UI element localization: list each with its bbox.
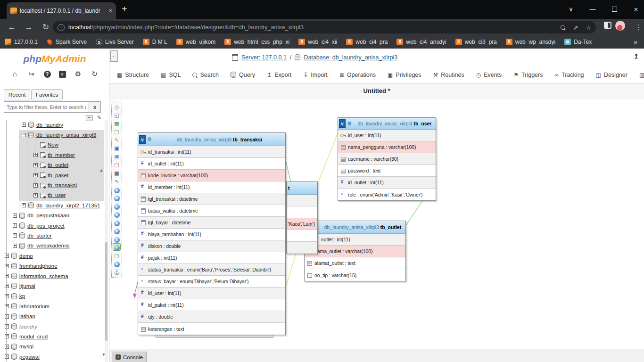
field-text: tgl_bayar : datetime (148, 220, 190, 225)
field-text: no_tlp : varchar(15) (314, 272, 356, 278)
field-row[interactable]: id_transaksi : int(11) (138, 146, 285, 158)
field-row[interactable]: id_user : int(11) (138, 288, 285, 299)
field-text: id_user : int(11) (348, 132, 381, 138)
field-row[interactable]: batas_waktu : datetime (138, 205, 285, 217)
field-text: kode_invoice : varchar(100) (148, 173, 208, 178)
show-tables-list-button[interactable]: ◷ (113, 103, 121, 111)
field-row[interactable]: 'Kaos','Lain') (287, 218, 317, 230)
choose-display-column-button[interactable]: ▴ (113, 186, 121, 193)
field-row[interactable]: diskon : double (138, 240, 285, 252)
field-row[interactable]: alamat_outlet : text (305, 257, 405, 269)
diagram-table-tb-outlet[interactable]: v⚙db_laundry_anisa_xiirpl3 tb_outletid_o… (304, 221, 406, 281)
field-row[interactable]: id_paket : int(11) (138, 299, 285, 311)
diagram-table-tb-transaksi[interactable]: v⚙db_laundry_anisa_xiirpl3 tb_transaksii… (138, 132, 286, 335)
field-text: id_user : int(11) (148, 290, 181, 296)
field-row[interactable]: status_transaksi : enum('Baru','Proses',… (138, 264, 285, 276)
field-row[interactable]: tgl_bayar : datetime (138, 217, 285, 229)
field-row[interactable]: tgl_transaksi : datetime (138, 193, 285, 205)
num-icon (140, 184, 146, 190)
field-row[interactable]: biaya_tambahan : int(11) (138, 229, 285, 240)
field-row[interactable] (287, 206, 317, 218)
field-text: pajak : int(11) (148, 255, 177, 261)
field-row[interactable]: nama_outlet : varchar(100) (305, 246, 405, 257)
move-menu-button[interactable]: » (113, 260, 121, 267)
field-text: nama_outlet : varchar(100) (314, 248, 372, 254)
table-options-icon[interactable]: ⚙ (147, 136, 152, 142)
field-row[interactable]: role : enum('Admin','Kasir','Owner') (338, 189, 436, 200)
save-page-as-button[interactable]: ▣ (113, 153, 121, 160)
field-row[interactable]: status_bayar : enum('Dibayar','Belum Dib… (138, 276, 285, 288)
table-db-label: db_laundry_anisa_xiirpl3 (324, 224, 380, 230)
create-table-button[interactable]: ▦ (113, 169, 121, 177)
table-db-label: db_laundry_anisa_xiirpl3 (177, 137, 233, 142)
field-text: id_transaksi : int(11) (148, 149, 191, 155)
new-page-button[interactable]: ▢ (113, 128, 121, 135)
field-text: role : enum('Admin','Kasir','Owner') (348, 192, 422, 197)
console-icon: › (116, 354, 121, 360)
toggle-relation-lines-button[interactable]: ≡ (113, 243, 121, 251)
field-row[interactable]: kode_invoice : varchar(100) (138, 170, 285, 181)
pin-text-button[interactable]: ⚓ (113, 268, 121, 276)
field-row[interactable] (287, 195, 317, 206)
field-row[interactable]: id_user : int(11) (338, 130, 436, 141)
small-big-all-button[interactable]: ▾ (113, 227, 121, 234)
reload-button[interactable]: ↻ (113, 194, 121, 201)
text-icon (340, 144, 346, 150)
field-row[interactable]: id_outlet : int(11) (338, 177, 436, 189)
add-table-button[interactable]: ▦ (113, 120, 121, 127)
field-row[interactable] (287, 230, 317, 242)
field-row[interactable]: id_outlet : int(11) (305, 234, 405, 246)
open-page-button[interactable]: ✎ (113, 136, 121, 144)
field-row[interactable]: nama_pengguna : varchar(100) (338, 141, 436, 153)
field-row[interactable]: pajak : int(11) (138, 252, 285, 264)
num-icon (140, 161, 146, 166)
text-icon (140, 326, 146, 332)
field-row[interactable]: id_outlet : int(11) (138, 158, 285, 170)
field-row[interactable]: username : varchar(30) (338, 153, 436, 165)
relation-arrow-icon (132, 294, 137, 298)
small-big-all-icon: ▾ (114, 229, 120, 234)
num-icon (140, 302, 146, 308)
create-relationship-button[interactable]: ∿ (113, 177, 121, 185)
choose-display-column-icon: ▴ (114, 188, 120, 193)
table-header-tb-user[interactable]: v⚙db_laundry_anisa_xiirpl3 tb_user (338, 118, 436, 130)
table-title: db_laundry_anisa_xiirpl3 tb_transaksi (154, 137, 285, 142)
toggle-view-icon[interactable]: v (339, 119, 346, 128)
snap-to-grid-icon: # (114, 221, 120, 226)
export-schema-button[interactable]: ▢ (113, 252, 121, 259)
num-icon (140, 231, 146, 237)
table-name: t (288, 185, 290, 191)
help-button[interactable]: ? (113, 202, 121, 210)
save-page-button[interactable]: ▣ (113, 144, 121, 152)
table-title: t (288, 185, 317, 191)
relation-line-user-outlet (406, 199, 423, 225)
snap-to-grid-button[interactable]: # (113, 219, 121, 226)
delete-page-button[interactable]: ▢ (113, 161, 121, 168)
diagram-table-tb-user[interactable]: v⚙db_laundry_anisa_xiirpl3 tb_userid_use… (338, 117, 436, 201)
table-header-tb-outlet[interactable]: v⚙db_laundry_anisa_xiirpl3 tb_outlet (305, 221, 405, 234)
field-row[interactable]: qty : double (138, 311, 285, 323)
field-text: status_bayar : enum('Dibayar','Belum Dib… (148, 279, 249, 284)
toggle-relation-lines-icon: ≡ (114, 245, 120, 251)
diagram-table-t[interactable]: t'Kaos','Lain') (286, 181, 318, 254)
designer-toolbar: ◷◱▦▢✎▣▣▢▦∿▴↻?↥#▾⇓≡▢»⚓ (111, 101, 122, 278)
field-row[interactable]: id_member : int(11) (138, 181, 285, 193)
field-row[interactable]: password : text (338, 165, 436, 177)
toggle-small-big-button[interactable]: ⇓ (113, 235, 121, 243)
table-options-icon[interactable]: ⚙ (347, 121, 352, 127)
toggle-view-icon[interactable]: v (139, 135, 146, 144)
date-icon (140, 208, 146, 214)
field-text: qty : double (148, 314, 173, 320)
field-row[interactable]: no_tlp : varchar(15) (305, 269, 405, 281)
console-button[interactable]: › Console (112, 352, 147, 362)
angular-links-button[interactable]: ↥ (113, 210, 121, 218)
fullscreen-button[interactable]: ◱ (113, 111, 121, 119)
key-icon (340, 132, 346, 138)
field-text: id_member : int(11) (148, 184, 190, 190)
table-header-t[interactable]: t (287, 182, 317, 195)
field-text: id_outlet : int(11) (314, 237, 350, 242)
table-header-tb-transaksi[interactable]: v⚙db_laundry_anisa_xiirpl3 tb_transaksi (138, 133, 285, 146)
field-text: tgl_transaksi : datetime (148, 196, 198, 202)
field-row[interactable] (287, 242, 317, 254)
field-row[interactable]: keterangan : text (138, 323, 285, 335)
